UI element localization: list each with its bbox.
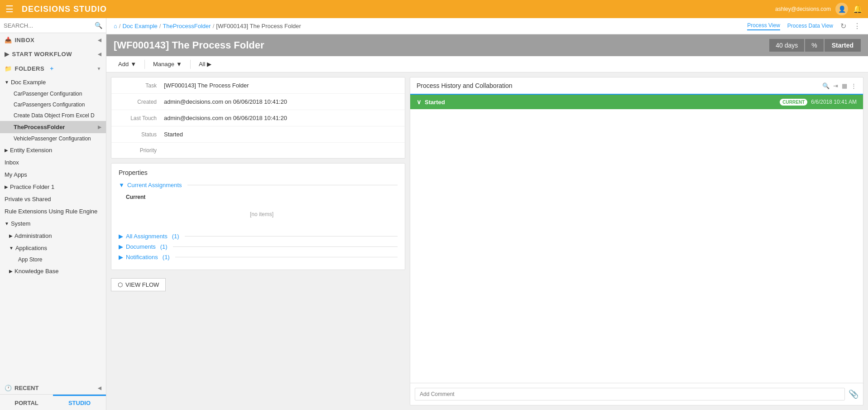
left-panel: Task [WF000143] The Process Folder Creat… bbox=[111, 77, 405, 405]
priority-label: Priority bbox=[119, 147, 164, 154]
view-flow-button[interactable]: ⬡ VIEW FLOW bbox=[111, 278, 166, 291]
add-label: Add bbox=[118, 61, 129, 68]
hamburger-icon[interactable]: ☰ bbox=[5, 4, 14, 14]
search-bar[interactable]: 🔍 bbox=[0, 18, 106, 33]
tab-studio[interactable]: STUDIO bbox=[53, 395, 106, 410]
sidebar-item-inbox[interactable]: Inbox bbox=[0, 156, 106, 169]
panels: Task [WF000143] The Process Folder Creat… bbox=[106, 72, 868, 410]
chevron-icon: ◀ bbox=[98, 38, 102, 43]
expand-icon-apps: ▼ bbox=[9, 246, 14, 251]
private-shared-label: Private vs Shared bbox=[5, 196, 51, 203]
documents-header[interactable]: ▶ Documents (1) bbox=[119, 243, 398, 250]
sidebar-section-start-workflow[interactable]: ▶ START WORKFLOW ◀ bbox=[0, 47, 106, 61]
home-icon[interactable]: ⌂ bbox=[114, 23, 117, 29]
all-assignments-count: (1) bbox=[172, 233, 179, 240]
task-card: Task [WF000143] The Process Folder Creat… bbox=[111, 77, 405, 159]
sidebar-item-process-folder[interactable]: TheProcessFolder ▶ bbox=[0, 121, 106, 133]
all-assignments-label: All Assignments bbox=[126, 233, 168, 240]
comment-input[interactable] bbox=[415, 388, 845, 400]
last-touch-value: admin@decisions.com on 06/06/2018 10:41:… bbox=[164, 115, 287, 121]
chevron-right-icon: ◀ bbox=[98, 52, 102, 57]
history-date: 6/6/2018 10:41 AM bbox=[811, 99, 857, 105]
view-flow-label: VIEW FLOW bbox=[125, 281, 159, 288]
documents-label: Documents bbox=[126, 243, 156, 250]
current-assignments-label: Current Assignments bbox=[127, 182, 182, 188]
sidebar-item-car-passengers[interactable]: CarPassengers Configuration bbox=[0, 99, 106, 110]
no-items-label: [no items] bbox=[126, 202, 398, 227]
sidebar-item-doc-example[interactable]: ▼ Doc Example bbox=[0, 76, 106, 88]
search-input[interactable] bbox=[4, 22, 95, 29]
tab-portal[interactable]: PORTAL bbox=[0, 395, 53, 410]
current-assignments-header[interactable]: ▼ Current Assignments bbox=[119, 182, 398, 188]
expand-icon-entity: ▶ bbox=[5, 148, 8, 153]
sidebar-item-entity-extension[interactable]: ▶ Entity Extension bbox=[0, 144, 106, 156]
sidebar-item-app-store[interactable]: App Store bbox=[0, 254, 106, 265]
expand-icon-kb: ▶ bbox=[9, 269, 13, 274]
user-email: ashley@decisions.com bbox=[775, 6, 831, 12]
avatar[interactable]: 👤 bbox=[835, 3, 848, 15]
all-assignments-header[interactable]: ▶ All Assignments (1) bbox=[119, 233, 398, 240]
breadcrumb-doc-example[interactable]: Doc Example bbox=[122, 23, 157, 29]
entity-extension-label: Entity Extension bbox=[10, 147, 52, 154]
process-status: Started bbox=[825, 39, 861, 52]
sidebar-item-create-data[interactable]: Create Data Object From Excel D bbox=[0, 110, 106, 121]
sidebar-item-private-shared[interactable]: Private vs Shared bbox=[0, 193, 106, 205]
sidebar-item-my-apps[interactable]: My Apps bbox=[0, 169, 106, 181]
created-value: admin@decisions.com on 06/06/2018 10:41:… bbox=[164, 98, 287, 105]
tab-process-view[interactable]: Process View bbox=[747, 22, 780, 30]
recent-section[interactable]: 🕐 RECENT ◀ bbox=[0, 382, 106, 394]
current-label: Current bbox=[126, 194, 398, 200]
sidebar-section-folders[interactable]: 📁 FOLDERS ＋ ▼ bbox=[0, 61, 106, 76]
expand-list-icon[interactable]: ⇥ bbox=[833, 82, 838, 89]
notifications-count: (1) bbox=[163, 254, 170, 260]
all-button[interactable]: All ▶ bbox=[194, 59, 216, 69]
view-flow-container: ⬡ VIEW FLOW bbox=[111, 275, 405, 295]
sidebar-item-applications[interactable]: ▼ Applications bbox=[0, 242, 106, 254]
current-assignments-section: ▼ Current Assignments Current [no items] bbox=[119, 182, 398, 229]
toolbar-sep1 bbox=[144, 60, 145, 69]
sidebar-item-car-passenger[interactable]: CarPassenger Configuration bbox=[0, 88, 106, 99]
sidebar-tabs: PORTAL STUDIO bbox=[0, 394, 106, 410]
priority-row: Priority bbox=[111, 143, 405, 158]
grid-icon[interactable]: ▦ bbox=[842, 82, 847, 89]
refresh-icon[interactable]: ↻ bbox=[840, 22, 846, 30]
expand-icon-all: ▶ bbox=[119, 233, 123, 240]
history-item-started[interactable]: ∨ Started CURRENT 6/6/2018 10:41 AM bbox=[410, 95, 863, 109]
sidebar-item-knowledge-base[interactable]: ▶ Knowledge Base bbox=[0, 265, 106, 277]
more-options-icon[interactable]: ⋮ bbox=[851, 82, 857, 89]
recent-arrow: ◀ bbox=[98, 386, 101, 391]
documents-section: ▶ Documents (1) bbox=[119, 243, 398, 250]
manage-button[interactable]: Manage ▼ bbox=[149, 59, 187, 69]
sidebar-item-system[interactable]: ▼ System bbox=[0, 217, 106, 230]
doc-example-label: Doc Example bbox=[11, 79, 46, 86]
sidebar-section-inbox[interactable]: 📥 Inbox ◀ bbox=[0, 33, 106, 47]
notifications-header[interactable]: ▶ Notifications (1) bbox=[119, 254, 398, 260]
process-header: [WF000143] The Process Folder 40 days % … bbox=[106, 34, 868, 56]
practice-folder-label: Practice Folder 1 bbox=[10, 183, 54, 190]
breadcrumb-actions: Process View Process Data View ↻ ⋮ bbox=[747, 22, 861, 30]
sidebar-item-administration[interactable]: ▶ Administration bbox=[0, 230, 106, 242]
breadcrumb-process-folder[interactable]: TheProcessFolder bbox=[163, 23, 211, 29]
last-touch-row: Last Touch admin@decisions.com on 06/06/… bbox=[111, 110, 405, 126]
add-button[interactable]: Add ▼ bbox=[114, 59, 141, 69]
notifications-section: ▶ Notifications (1) bbox=[119, 254, 398, 260]
all-assignments-section: ▶ All Assignments (1) bbox=[119, 233, 398, 240]
notifications-label: Notifications bbox=[126, 254, 158, 260]
system-label: System bbox=[11, 220, 30, 227]
bell-icon[interactable]: 🔔 bbox=[853, 4, 863, 14]
process-title: [WF000143] The Process Folder bbox=[114, 39, 769, 51]
more-vert-icon[interactable]: ⋮ bbox=[854, 22, 861, 30]
folders-arrow: ▼ bbox=[97, 66, 101, 71]
sidebar-item-rule-extensions[interactable]: Rule Extensions Using Rule Engine bbox=[0, 205, 106, 217]
tab-process-data-view[interactable]: Process Data View bbox=[787, 23, 833, 30]
administration-label: Administration bbox=[14, 232, 52, 239]
sidebar-item-vehicle-passenger[interactable]: VehiclePassenger Configuration bbox=[0, 133, 106, 144]
add-folder-icon[interactable]: ＋ bbox=[49, 65, 55, 72]
history-empty-space bbox=[410, 109, 863, 383]
applications-label: Applications bbox=[15, 245, 47, 251]
search-small-icon[interactable]: 🔍 bbox=[822, 82, 830, 89]
process-folder-label: TheProcessFolder bbox=[14, 124, 65, 130]
attach-icon[interactable]: 📎 bbox=[849, 389, 858, 399]
search-icon: 🔍 bbox=[95, 22, 102, 29]
sidebar-item-practice-folder[interactable]: ▶ Practice Folder 1 bbox=[0, 181, 106, 193]
